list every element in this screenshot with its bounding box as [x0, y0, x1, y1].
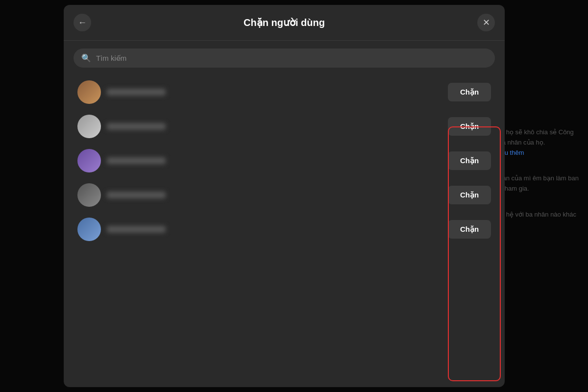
block-button-area-1: Chặn — [448, 83, 491, 101]
user-row: Chặn — [74, 110, 495, 143]
user-info — [107, 89, 491, 96]
user-info — [107, 157, 491, 164]
avatar — [77, 218, 101, 241]
user-info — [107, 192, 491, 198]
avatar — [77, 183, 101, 207]
back-button[interactable]: ← — [74, 14, 91, 31]
modal-header: ← Chặn người dùng ✕ — [64, 5, 505, 41]
user-name — [107, 123, 166, 130]
search-icon: 🔍 — [81, 53, 91, 63]
user-name — [107, 89, 166, 96]
block-button-area-5: Chặn — [448, 220, 491, 239]
close-button[interactable]: ✕ — [477, 14, 495, 31]
user-row: Chặn — [74, 178, 495, 212]
avatar — [77, 115, 101, 138]
modal-title: Chặn người dùng — [91, 17, 477, 28]
search-input[interactable] — [96, 54, 487, 62]
avatar — [77, 80, 101, 104]
block-button-area-3: Chặn — [448, 151, 491, 170]
user-row: Chặn — [74, 213, 495, 246]
search-bar: 🔍 — [74, 49, 495, 68]
user-row: Chặn — [74, 144, 495, 177]
user-name — [107, 226, 166, 233]
block-user-modal: ← Chặn người dùng ✕ 🔍 Chặn — [64, 5, 505, 387]
block-button-3[interactable]: Chặn — [448, 151, 491, 170]
block-button-4[interactable]: Chặn — [448, 186, 491, 204]
user-name — [107, 192, 166, 198]
block-button-area-2: Chặn — [448, 117, 491, 136]
user-list: Chặn Chặn Chặn — [64, 75, 505, 246]
close-icon: ✕ — [483, 17, 490, 28]
avatar — [77, 149, 101, 172]
user-info — [107, 226, 491, 233]
block-button-area-4: Chặn — [448, 186, 491, 204]
block-button-2[interactable]: Chặn — [448, 117, 491, 136]
block-button-1[interactable]: Chặn — [448, 83, 491, 101]
user-row: Chặn — [74, 75, 495, 109]
block-button-5[interactable]: Chặn — [448, 220, 491, 239]
back-icon: ← — [78, 18, 87, 28]
search-container: 🔍 — [64, 41, 505, 75]
user-name — [107, 157, 166, 164]
user-info — [107, 123, 491, 130]
